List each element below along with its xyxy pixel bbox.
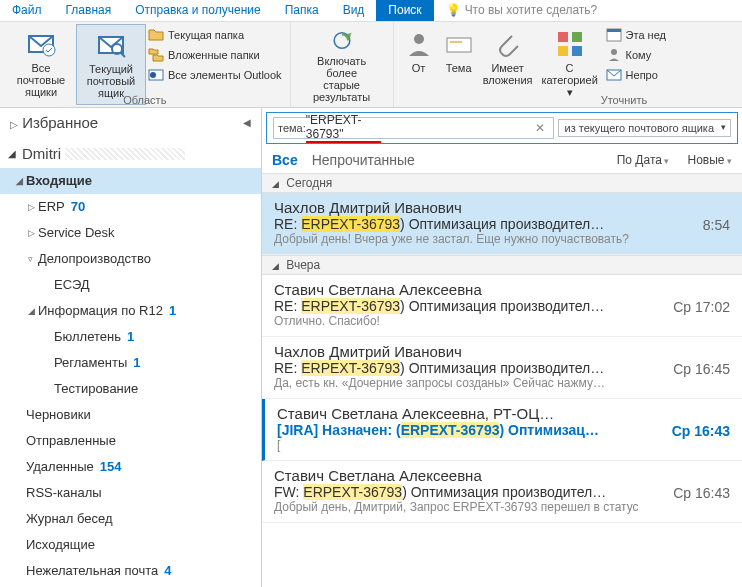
folder-name: Отправленные <box>26 431 116 451</box>
message-from: Чахлов Дмитрий Иванович <box>274 343 730 360</box>
folder-count: 1 <box>169 301 176 321</box>
folder-item[interactable]: RSS-каналы <box>0 480 261 506</box>
folder-count: 154 <box>100 457 122 477</box>
folder-name: Service Desk <box>38 223 115 243</box>
sort-newest[interactable]: Новые <box>687 153 732 167</box>
folder-item[interactable]: ▷Service Desk <box>0 220 261 246</box>
collapse-icon[interactable]: ◀ <box>243 117 251 128</box>
include-older-button[interactable]: Включать болеестарые результаты <box>297 24 387 105</box>
categories-icon <box>554 28 586 60</box>
message-list: ◢ СегодняЧахлов Дмитрий ИвановичRE: ERPE… <box>262 173 742 587</box>
current-mailbox-button[interactable]: Текущийпочтовый ящик <box>76 24 146 105</box>
unread-button[interactable]: Непро <box>604 66 668 84</box>
filter-all[interactable]: Все <box>272 152 298 168</box>
folder-count: 70 <box>71 197 85 217</box>
message-preview: Добрый день! Вчера уже не застал. Еще ну… <box>274 232 730 246</box>
group-header[interactable]: ◢ Вчера <box>262 255 742 275</box>
search-bar: тема:"ERPEXT-36793" ✕ из текущего почтов… <box>266 112 738 144</box>
ribbon-group-scope-label: Область <box>0 94 290 106</box>
tab-file[interactable]: Файл <box>0 0 54 21</box>
sort-by-date[interactable]: По Дата <box>617 153 670 167</box>
refresh-icon <box>326 28 358 53</box>
filter-bar: Все Непрочитанные По Дата Новые <box>262 148 742 173</box>
message-time: Ср 17:02 <box>673 299 730 315</box>
has-attachment-button[interactable]: Имеетвложения <box>480 24 536 105</box>
svg-rect-13 <box>572 32 582 42</box>
folder-item[interactable]: ▷ERP70 <box>0 194 261 220</box>
clear-search-icon[interactable]: ✕ <box>531 121 549 135</box>
message-item[interactable]: Ставич Светлана Алексеевна, РТ-ОЦ…[JIRA]… <box>262 399 742 461</box>
folder-item[interactable]: Отправленные <box>0 428 261 454</box>
group-header[interactable]: ◢ Сегодня <box>262 173 742 193</box>
folder-item[interactable]: Нежелательная почта4 <box>0 558 261 584</box>
filter-unread[interactable]: Непрочитанные <box>312 152 415 168</box>
search-scope-dropdown[interactable]: из текущего почтового ящика <box>558 119 731 137</box>
search-input[interactable] <box>381 121 531 135</box>
message-time: 8:54 <box>703 217 730 233</box>
highlight: ERPEXT-36793 <box>301 216 400 232</box>
folder-name: Журнал бесед <box>26 509 113 529</box>
folder-item[interactable]: Исходящие <box>0 532 261 558</box>
triangle-down-icon: ◢ <box>272 261 279 271</box>
folder-name: Информация по R12 <box>38 301 163 321</box>
current-folder-button[interactable]: Текущая папка <box>146 26 284 44</box>
tab-folder[interactable]: Папка <box>273 0 331 21</box>
from-button[interactable]: От <box>400 24 438 105</box>
svg-rect-15 <box>572 46 582 56</box>
search-query-text: "ERPEXT-36793" <box>306 113 381 143</box>
message-subject: FW: ERPEXT-36793) Оптимизация производит… <box>274 484 730 500</box>
folder-item[interactable]: ◢Информация по R121 <box>0 298 261 324</box>
folder-name: Черновики <box>26 405 91 425</box>
outlook-icon <box>148 67 164 83</box>
subject-button[interactable]: Тема <box>438 24 480 105</box>
subfolders-button[interactable]: Вложенные папки <box>146 46 284 64</box>
all-outlook-button[interactable]: Все элементы Outlook <box>146 66 284 84</box>
tab-view[interactable]: Вид <box>331 0 377 21</box>
message-item[interactable]: Чахлов Дмитрий ИвановичRE: ERPEXT-36793)… <box>262 193 742 255</box>
triangle-down-icon: ◢ <box>272 179 279 189</box>
subfolders-icon <box>148 47 164 63</box>
tab-search[interactable]: Поиск <box>376 0 433 21</box>
this-week-button[interactable]: Эта нед <box>604 26 668 44</box>
folder-item[interactable]: Удаленные154 <box>0 454 261 480</box>
folder-count: 4 <box>164 561 171 581</box>
folder-arrow-icon: ◢ <box>28 301 38 321</box>
svg-rect-17 <box>607 29 621 32</box>
folder-item[interactable]: Журнал бесед <box>0 506 261 532</box>
folder-item[interactable]: ▿Делопроизводство <box>0 246 261 272</box>
folder-item[interactable]: Регламенты1 <box>0 350 261 376</box>
chevron-down-icon: ◢ <box>16 171 26 191</box>
folder-count: 1 <box>127 327 134 347</box>
svg-point-6 <box>150 72 156 78</box>
folder-name: Тестирование <box>54 379 138 399</box>
folder-name: ЕСЭД <box>54 275 90 295</box>
to-button[interactable]: Кому <box>604 46 668 64</box>
folder-item[interactable]: ЕСЭД <box>0 272 261 298</box>
folder-name: RSS-каналы <box>26 483 102 503</box>
envelope-icon <box>606 67 622 83</box>
message-item[interactable]: Чахлов Дмитрий ИвановичRE: ERPEXT-36793)… <box>262 337 742 399</box>
folder-item[interactable]: Бюллетень1 <box>0 324 261 350</box>
folder-count: 1 <box>133 353 140 373</box>
tab-home[interactable]: Главная <box>54 0 124 21</box>
message-item[interactable]: Ставич Светлана АлексеевнаFW: ERPEXT-367… <box>262 461 742 523</box>
blurred-text <box>65 148 185 160</box>
svg-rect-12 <box>558 32 568 42</box>
all-mailboxes-button[interactable]: Все почтовыеящики <box>6 24 76 105</box>
subject-icon <box>443 28 475 60</box>
folder-inbox[interactable]: ◢ Входящие <box>0 168 261 194</box>
tab-tellme[interactable]: 💡Что вы хотите сделать? <box>434 0 610 21</box>
message-subject: [JIRA] Назначен: (ERPEXT-36793) Оптимиза… <box>277 422 730 438</box>
folder-name: ERP <box>38 197 65 217</box>
folder-item[interactable]: Тестирование <box>0 376 261 402</box>
message-item[interactable]: Ставич Светлана АлексеевнаRE: ERPEXT-367… <box>262 275 742 337</box>
message-preview: [ <box>277 438 730 452</box>
person-small-icon <box>606 47 622 63</box>
search-input-wrap[interactable]: тема:"ERPEXT-36793" ✕ <box>273 117 554 139</box>
categorized-button[interactable]: С категорией▾ <box>536 24 604 105</box>
folder-item[interactable]: Черновики <box>0 402 261 428</box>
account-header[interactable]: ◢ Dmitri <box>0 139 261 168</box>
favorites-header[interactable]: ▷ Избранное ◀ <box>0 108 261 139</box>
message-time: Ср 16:43 <box>672 423 730 439</box>
tab-sendreceive[interactable]: Отправка и получение <box>123 0 272 21</box>
